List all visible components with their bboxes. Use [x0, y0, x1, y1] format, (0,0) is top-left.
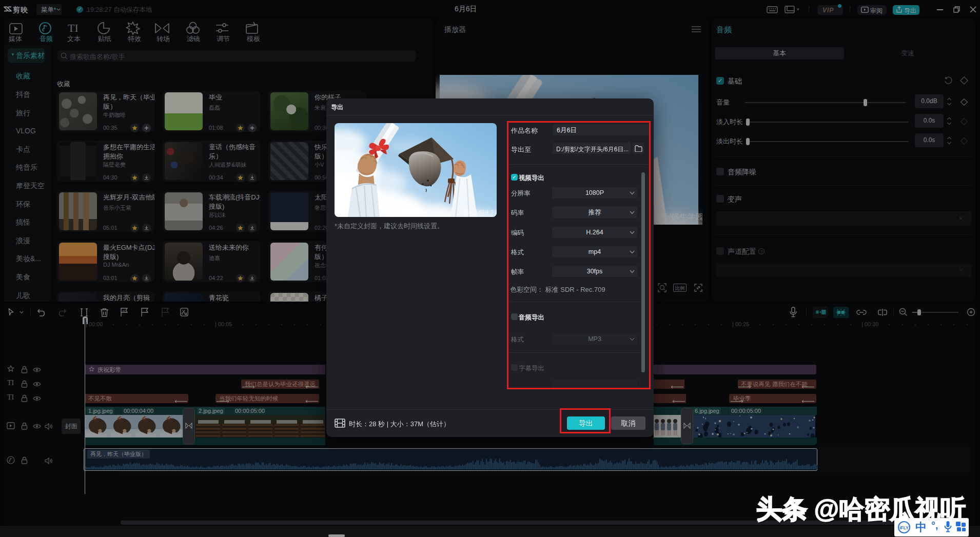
- svg-text:百家号/蜗牛学园: 百家号/蜗牛学园: [463, 209, 497, 215]
- svg-text:iFLY: iFLY: [899, 525, 909, 530]
